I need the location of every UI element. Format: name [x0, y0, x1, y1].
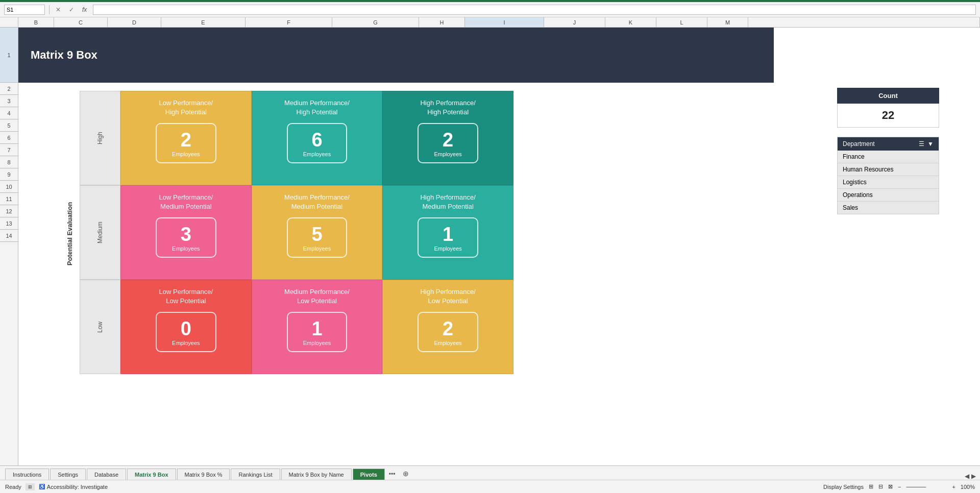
- cell-20-count: 0: [172, 318, 200, 340]
- col-header-d[interactable]: D: [108, 17, 161, 27]
- row-header-14[interactable]: 14: [0, 230, 18, 242]
- cell-12-title: High Performance/Medium Potential: [420, 193, 475, 211]
- cell-02-count: 2: [434, 129, 461, 151]
- row-header-6[interactable]: 6: [0, 132, 18, 144]
- dept-item-logistics[interactable]: Logistics: [838, 176, 939, 189]
- row-header-1[interactable]: 1: [0, 28, 18, 83]
- zoom-out-icon[interactable]: −: [898, 484, 901, 490]
- cell-12-employees: Employees: [434, 245, 461, 252]
- cell-00-title: Low Performance/High Potential: [159, 98, 213, 117]
- cell-mode-icon: ⊞: [26, 483, 35, 490]
- corner-cell: [0, 17, 18, 27]
- workbook-title: Matrix 9 Box: [18, 28, 774, 83]
- col-header-e[interactable]: E: [161, 17, 246, 27]
- display-settings-label[interactable]: Display Settings: [823, 484, 864, 490]
- tab-database[interactable]: Database: [87, 469, 126, 480]
- cell-01-box: 6 Employees: [287, 123, 347, 163]
- sheet-area: 1 2 3 4 5 6 7 8 9 10 11 12 13 14 Matrix …: [0, 28, 980, 465]
- cell-low-perf-low-pot: Low Performance/Low Potential 0 Employee…: [120, 280, 252, 374]
- row-header-5[interactable]: 5: [0, 119, 18, 132]
- tab-pivots[interactable]: Pivots: [353, 469, 385, 480]
- cell-21-employees: Employees: [303, 340, 331, 346]
- cell-10-count: 3: [172, 224, 200, 245]
- row-header-10[interactable]: 10: [0, 181, 18, 193]
- row-header-11[interactable]: 11: [0, 193, 18, 205]
- department-filter: Department ☰ ▼ Finance Human Resources L…: [837, 137, 939, 214]
- cell-02-title: High Performance/High Potential: [420, 98, 475, 117]
- col-header-j[interactable]: J: [544, 17, 605, 27]
- cell-high-perf-low-pot: High Performance/Low Potential 2 Employe…: [382, 280, 513, 374]
- zoom-slider[interactable]: ─────: [906, 484, 947, 490]
- cell-00-box: 2 Employees: [156, 123, 216, 163]
- status-bar: Ready ⊞ ♿ Accessibility: Investigate Dis…: [0, 480, 980, 493]
- col-header-g[interactable]: G: [332, 17, 419, 27]
- status-left: Ready ⊞ ♿ Accessibility: Investigate: [5, 483, 108, 490]
- formula-icon: fx: [80, 6, 89, 13]
- row-header-12[interactable]: 12: [0, 205, 18, 217]
- row-header-9[interactable]: 9: [0, 168, 18, 181]
- cell-11-employees: Employees: [303, 245, 331, 252]
- col-header-c[interactable]: C: [54, 17, 108, 27]
- cell-reference-box[interactable]: S1: [4, 5, 45, 15]
- col-header-h[interactable]: H: [419, 17, 465, 27]
- dept-item-sales[interactable]: Sales: [838, 202, 939, 214]
- main-content: Count 22 Department ☰ ▼ Finance Human Re…: [18, 83, 980, 374]
- cell-00-count: 2: [172, 129, 200, 151]
- cell-high-perf-med-pot: High Performance/Medium Potential 1 Empl…: [382, 185, 513, 280]
- dept-item-finance[interactable]: Finance: [838, 151, 939, 163]
- tab-matrix-9-box[interactable]: Matrix 9 Box: [127, 469, 176, 480]
- cell-low-perf-high-pot: Low Performance/High Potential 2 Employe…: [120, 91, 252, 185]
- dept-item-operations[interactable]: Operations: [838, 189, 939, 202]
- cell-high-perf-high-pot: High Performance/High Potential 2 Employ…: [382, 91, 513, 185]
- filter-icon[interactable]: ▼: [927, 140, 934, 147]
- col-header-k[interactable]: K: [605, 17, 656, 27]
- col-header-b[interactable]: B: [18, 17, 54, 27]
- tab-rankings-list[interactable]: Rankings List: [231, 469, 280, 480]
- dept-item-hr[interactable]: Human Resources: [838, 163, 939, 176]
- cell-low-perf-med-pot: Low Performance/Medium Potential 3 Emplo…: [120, 185, 252, 280]
- row-header-7[interactable]: 7: [0, 144, 18, 156]
- tab-scroll-right-icon[interactable]: ▶: [971, 473, 976, 480]
- row-header-13[interactable]: 13: [0, 217, 18, 230]
- dept-filter-header: Department ☰ ▼: [838, 137, 939, 151]
- zoom-in-icon[interactable]: +: [952, 484, 955, 490]
- tab-settings[interactable]: Settings: [50, 469, 86, 480]
- cell-10-title: Low Performance/Medium Potential: [159, 193, 213, 211]
- formula-bar[interactable]: [93, 5, 976, 15]
- more-tabs-button[interactable]: •••: [386, 469, 399, 480]
- zoom-level: 100%: [961, 484, 975, 490]
- dept-label: Department: [843, 140, 875, 147]
- normal-view-icon[interactable]: ⊞: [869, 483, 873, 490]
- tab-matrix-9-box-by-name[interactable]: Matrix 9 Box by Name: [281, 469, 352, 480]
- tab-instructions[interactable]: Instructions: [5, 469, 49, 480]
- col-header-l[interactable]: L: [656, 17, 707, 27]
- col-header-m[interactable]: M: [707, 17, 748, 27]
- cell-22-count: 2: [434, 318, 461, 340]
- accessibility-icon: ♿: [39, 484, 45, 489]
- confirm-icon[interactable]: ✓: [67, 5, 76, 14]
- page-break-icon[interactable]: ⊠: [888, 483, 893, 490]
- potential-label-low: Low: [80, 280, 120, 374]
- row-header-3[interactable]: 3: [0, 95, 18, 107]
- cell-22-title: High Performance/Low Potential: [420, 287, 475, 306]
- cell-02-box: 2 Employees: [418, 123, 478, 163]
- row-header-8[interactable]: 8: [0, 156, 18, 168]
- cell-21-count: 1: [303, 318, 331, 340]
- tab-scroll-left-icon[interactable]: ◀: [965, 473, 969, 480]
- cell-12-count: 1: [434, 224, 461, 245]
- ready-status: Ready: [5, 484, 21, 490]
- cell-01-employees: Employees: [303, 151, 331, 157]
- matrix-wrapper: Potential Evaluation High Low Performanc…: [29, 91, 539, 374]
- sort-icon[interactable]: ☰: [919, 140, 924, 147]
- col-header-f[interactable]: F: [246, 17, 332, 27]
- page-layout-icon[interactable]: ⊟: [878, 483, 883, 490]
- count-value: 22: [837, 104, 939, 128]
- col-header-i[interactable]: I: [465, 17, 544, 27]
- excel-toolbar: S1 ✕ ✓ fx: [0, 2, 980, 17]
- cancel-icon[interactable]: ✕: [54, 5, 63, 14]
- tab-matrix-9-box-pct[interactable]: Matrix 9 Box %: [177, 469, 230, 480]
- add-tab-button[interactable]: ⊕: [399, 467, 413, 480]
- row-header-4[interactable]: 4: [0, 107, 18, 119]
- cell-00-employees: Employees: [172, 151, 200, 157]
- row-header-2[interactable]: 2: [0, 83, 18, 95]
